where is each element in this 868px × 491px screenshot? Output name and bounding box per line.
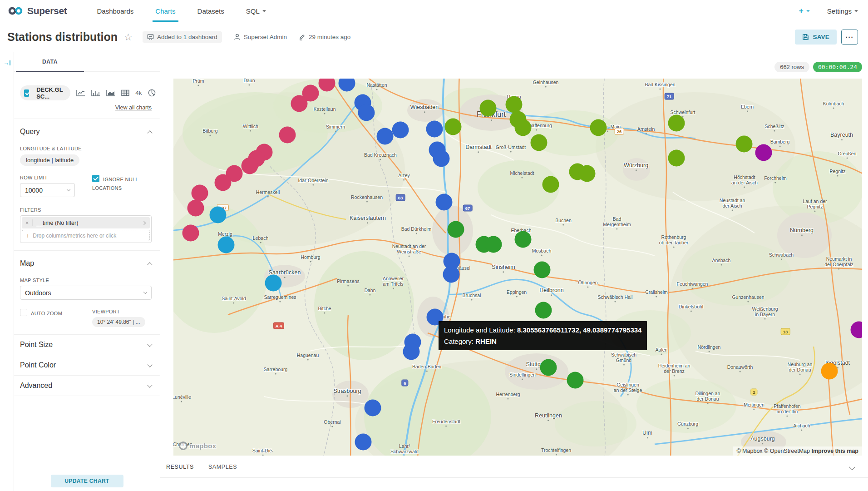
ignore-null-checkbox[interactable] <box>92 175 99 182</box>
viz-type-label: DECK.GL SC... <box>36 86 65 100</box>
auto-zoom-label: AUTO ZOOM <box>31 311 62 316</box>
new-button[interactable]: + <box>799 6 810 15</box>
tab-data[interactable]: DATA <box>16 52 84 72</box>
favorite-star-icon[interactable]: ☆ <box>124 32 133 43</box>
data-point[interactable] <box>540 359 557 376</box>
section-map[interactable]: Map <box>20 251 152 268</box>
nav-charts[interactable]: Charts <box>144 0 186 22</box>
data-point[interactable] <box>579 165 596 182</box>
improve-map-link[interactable]: Improve this map <box>812 448 859 454</box>
data-point[interactable] <box>668 115 685 132</box>
row-limit-select[interactable]: 10000 <box>20 183 75 197</box>
collapse-results-icon[interactable] <box>849 464 855 470</box>
data-point[interactable] <box>480 100 497 117</box>
mapbox-logo[interactable]: mapbox <box>179 441 216 450</box>
tab-results[interactable]: RESULTS <box>166 464 194 470</box>
data-point[interactable] <box>443 266 460 283</box>
data-point[interactable] <box>567 372 584 389</box>
data-point[interactable] <box>448 221 464 238</box>
bar-chart-icon[interactable] <box>91 89 100 96</box>
user-icon <box>234 34 241 40</box>
map-background <box>173 79 862 456</box>
viz-4k-badge[interactable]: 4k <box>135 89 142 96</box>
remove-filter-icon[interactable]: × <box>22 219 33 226</box>
auto-zoom-checkbox[interactable] <box>20 309 27 316</box>
map-style-select[interactable]: Outdoors <box>20 286 152 300</box>
data-point[interactable] <box>542 176 559 193</box>
data-point[interactable] <box>506 96 523 113</box>
mapbox-attribution-link[interactable]: © Mapbox <box>736 448 762 454</box>
save-button[interactable]: SAVE <box>795 30 837 45</box>
tab-samples[interactable]: SAMPLES <box>208 464 237 470</box>
chevron-up-icon <box>147 130 152 135</box>
last-edited[interactable]: 29 minutes ago <box>299 34 350 40</box>
filter-time[interactable]: × __time (No filter) <box>22 217 150 228</box>
brand[interactable]: Superset <box>8 5 67 16</box>
section-advanced[interactable]: Advanced <box>20 376 152 396</box>
data-point[interactable] <box>242 158 258 174</box>
nav-sql[interactable]: SQL <box>235 0 277 22</box>
data-point[interactable] <box>485 236 502 253</box>
chevron-down-icon <box>806 10 810 12</box>
data-point[interactable] <box>291 95 308 112</box>
results-bar: RESULTS SAMPLES <box>160 464 868 470</box>
section-query[interactable]: Query <box>20 119 152 136</box>
data-point[interactable] <box>215 174 232 191</box>
data-point[interactable] <box>187 200 204 217</box>
data-point[interactable] <box>736 136 753 153</box>
data-point[interactable] <box>365 400 381 417</box>
data-point[interactable] <box>377 128 394 145</box>
data-point[interactable] <box>433 150 450 167</box>
data-point[interactable] <box>668 150 685 167</box>
dashboard-badge[interactable]: Added to 1 dashboard <box>143 31 222 43</box>
settings-menu[interactable]: Settings <box>827 7 858 15</box>
data-point[interactable] <box>436 194 453 211</box>
divider <box>14 396 160 396</box>
data-point[interactable] <box>755 144 772 161</box>
page-title[interactable]: Stations distribution <box>7 30 118 44</box>
nav-dashboards[interactable]: Dashboards <box>86 0 144 22</box>
data-point[interactable] <box>426 121 443 138</box>
data-point[interactable] <box>392 122 409 139</box>
data-point[interactable] <box>265 275 282 292</box>
data-point[interactable] <box>515 119 532 136</box>
section-point-size[interactable]: Point Size <box>20 335 152 355</box>
data-point[interactable] <box>182 225 199 242</box>
data-point[interactable] <box>445 119 462 135</box>
map-canvas[interactable]: PrümDaunNastättenGelnhausenBad Kissingen… <box>173 79 862 456</box>
data-point[interactable] <box>210 207 227 223</box>
osm-attribution-link[interactable]: © OpenStreetMap <box>764 448 810 454</box>
viewport-pill[interactable]: 10° 24' 49.86" | ... <box>92 317 145 327</box>
update-chart-button[interactable]: UPDATE CHART <box>51 475 123 487</box>
area-chart-icon[interactable] <box>106 89 115 96</box>
data-point[interactable] <box>515 231 532 248</box>
more-button[interactable]: ··· <box>841 30 858 45</box>
data-point[interactable] <box>279 127 296 144</box>
panel-collapse-gutter[interactable]: → <box>0 52 14 491</box>
data-point[interactable] <box>192 185 208 202</box>
viz-type-control[interactable]: DECK.GL SC... <box>20 85 70 100</box>
nav-datasets[interactable]: Datasets <box>187 0 235 22</box>
data-point[interactable] <box>218 237 235 253</box>
data-point[interactable] <box>355 434 372 451</box>
viz-selected-checkbox[interactable] <box>24 89 29 97</box>
section-point-color[interactable]: Point Color <box>20 355 152 375</box>
view-all-charts-link[interactable]: View all charts <box>115 104 152 111</box>
pie-chart-icon[interactable] <box>148 89 156 97</box>
table-icon[interactable] <box>121 89 129 96</box>
expand-panel-icon[interactable]: → <box>3 60 10 66</box>
lonlat-pill[interactable]: longitude | latitude <box>20 154 79 166</box>
chevron-down-icon <box>262 10 266 12</box>
data-point[interactable] <box>534 262 551 278</box>
data-point[interactable] <box>535 302 552 319</box>
viz-type-row: DECK.GL SC... 4k <box>20 85 152 100</box>
data-point[interactable] <box>590 119 607 136</box>
data-point[interactable] <box>358 104 375 121</box>
filter-drop-zone[interactable]: + Drop columns/metrics here or click <box>22 230 150 241</box>
data-point[interactable] <box>403 343 420 360</box>
data-point[interactable] <box>821 363 838 380</box>
save-icon <box>802 34 809 40</box>
data-point[interactable] <box>531 134 547 151</box>
control-panel: DATA DECK.GL SC... 4k View all charts <box>14 52 160 491</box>
line-chart-icon[interactable] <box>76 89 85 96</box>
